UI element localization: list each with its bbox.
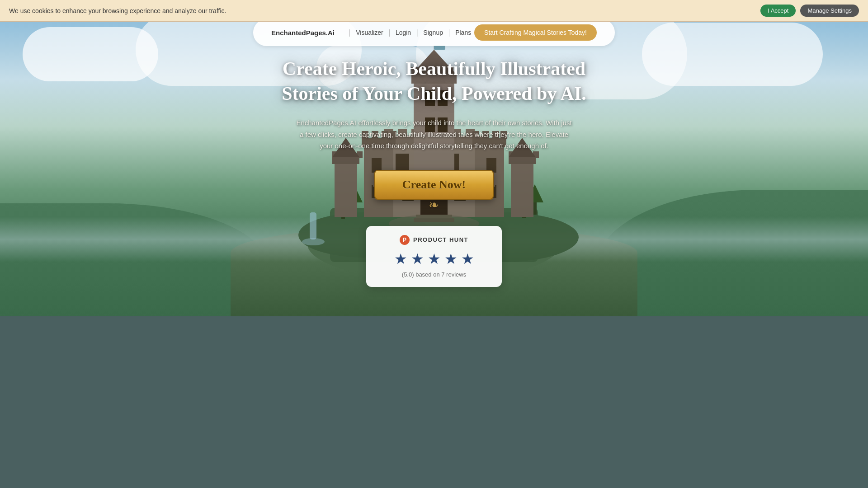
star-1: ★ (394, 250, 407, 267)
manage-settings-button[interactable]: Manage Settings (800, 5, 859, 17)
nav-separator-2: | (389, 28, 390, 37)
nav-separator-4: | (448, 28, 450, 37)
star-5: ★ (461, 250, 474, 267)
rating-text: (5.0) based on 7 reviews (384, 271, 484, 278)
cookie-actions: I Accept Manage Settings (760, 5, 859, 17)
product-hunt-logo: P (400, 235, 410, 245)
bottom-section (0, 316, 868, 488)
nav-signup[interactable]: Signup (423, 29, 443, 36)
product-hunt-name: PRODUCT HUNT (413, 236, 468, 243)
hero-title: Create Heroic, Beautifully Illustrated S… (276, 56, 592, 106)
accept-cookies-button[interactable]: I Accept (760, 5, 796, 17)
nav-visualizer[interactable]: Visualizer (356, 29, 383, 36)
hero-section: Create Heroic, Beautifully Illustrated S… (0, 0, 868, 316)
nav-login[interactable]: Login (396, 29, 411, 36)
brand-logo[interactable]: EnchantedPages.Ai (271, 29, 335, 37)
product-hunt-card: P PRODUCT HUNT ★ ★ ★ ★ ★ (5.0) based on … (366, 226, 502, 287)
star-4: ★ (444, 250, 458, 267)
nav-separator-1: | (349, 28, 350, 37)
hero-content: Create Heroic, Beautifully Illustrated S… (0, 0, 868, 316)
navbar: EnchantedPages.Ai | Visualizer | Login |… (253, 19, 615, 46)
nav-cta-button[interactable]: Start Crafting Magical Stories Today! (474, 24, 597, 41)
cookie-banner: We use cookies to enhance your browsing … (0, 0, 868, 22)
star-2: ★ (411, 250, 424, 267)
product-hunt-header: P PRODUCT HUNT (384, 235, 484, 245)
hero-subtitle: EnchantedPages.AI effortlessly brings yo… (294, 117, 574, 152)
create-button-wrapper: Create Now! ❧ (374, 170, 494, 212)
star-rating: ★ ★ ★ ★ ★ (384, 250, 484, 267)
cookie-message: We use cookies to enhance your browsing … (9, 7, 226, 14)
create-now-button[interactable]: Create Now! (374, 170, 494, 200)
star-3: ★ (428, 250, 441, 267)
nav-plans[interactable]: Plans (455, 29, 471, 36)
nav-separator-3: | (416, 28, 418, 37)
